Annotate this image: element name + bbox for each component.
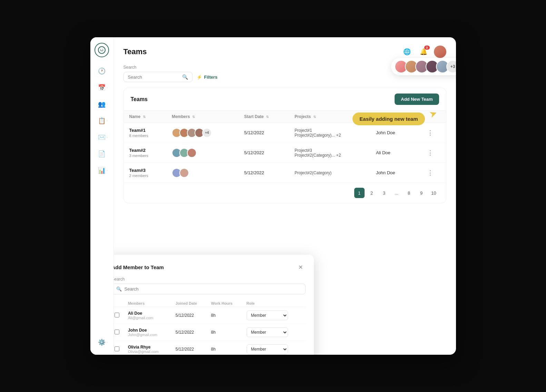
project-text: Project#3 [295, 148, 365, 153]
member-name: John Doe [128, 328, 170, 333]
chevron-icon: › [107, 119, 108, 122]
add-member-modal: Add Member to Team ✕ Search 🔍 Members Jo… [114, 255, 314, 355]
team-more-options[interactable]: ⋮ [421, 123, 446, 143]
notification-button[interactable]: 🔔 3 [417, 46, 430, 58]
sidebar-item-history[interactable]: 🕐 [95, 64, 109, 78]
modal-col-hours: Work Hours [208, 300, 244, 307]
team-members-cell: +4 [166, 123, 239, 143]
chevron-icon: › [107, 136, 108, 139]
sidebar-item-team[interactable]: 👥 › [95, 97, 109, 111]
globe-button[interactable]: 🌐 [401, 46, 413, 58]
member-role-select-2[interactable]: Member Admin Lead [247, 344, 288, 354]
header: Teams 🌐 🔔 3 [123, 46, 446, 58]
team-lead: Ali Doe [370, 143, 421, 163]
page-2-button[interactable]: 2 [367, 188, 377, 198]
team-more-options[interactable]: ⋮ [421, 143, 446, 163]
teams-section: Teams Add New Team Name ⇅ Members ⇅ Star… [123, 88, 446, 203]
project-text: Project#2(Category)... +2 [295, 153, 365, 158]
svg-point-0 [98, 47, 105, 53]
team-members-count: 8 members [129, 134, 161, 138]
modal-search-input[interactable] [125, 286, 301, 292]
team-start-date: 5/12/2022 [239, 143, 289, 163]
sidebar-item-calendar[interactable]: 📅 › [95, 81, 109, 95]
member-work-hours: 8h [208, 341, 244, 355]
modal-search-label: Search [114, 277, 306, 282]
filter-button[interactable]: ⚡ Filters [197, 75, 218, 80]
col-start-date: Start Date ⇅ [239, 111, 289, 123]
member-role-cell: Member Admin Lead [244, 341, 306, 355]
logo[interactable] [95, 43, 109, 57]
header-actions: 🌐 🔔 3 [401, 46, 446, 58]
modal-search-icon: 🔍 [116, 286, 122, 292]
member-joined-date: 5/12/2022 [173, 307, 208, 324]
calendar-icon: 📅 [98, 84, 106, 91]
team-icon: 👥 [98, 100, 106, 108]
team-name-cell: Team#1 8 members [124, 123, 166, 143]
chevron-icon: › [107, 341, 108, 344]
globe-icon: 🌐 [403, 48, 411, 56]
team-name-cell: Team#2 3 members [124, 143, 166, 163]
col-name: Name ⇅ [124, 111, 166, 123]
member-avatar [179, 168, 189, 178]
report-icon: 📊 [98, 167, 106, 174]
member-work-hours: 8h [208, 324, 244, 341]
member-avatar-extra: +4 [202, 128, 212, 138]
page-3-button[interactable]: 3 [379, 188, 389, 198]
team-more-options[interactable]: ⋮ [421, 163, 446, 183]
chevron-icon: › [107, 169, 108, 172]
avatars-group: +3 [391, 58, 456, 75]
sidebar: 🕐 📅 › 👥 › 📋 › ✉️ › 📄 📊 › ⚙️ › [90, 37, 114, 355]
search-icon: 🔍 [182, 74, 188, 80]
user-avatar[interactable] [434, 46, 446, 58]
svg-point-2 [102, 49, 103, 50]
add-new-team-button[interactable]: Add New Team [395, 94, 439, 105]
team-name: Team#1 [129, 128, 161, 133]
member-info-cell: John Doe John@gmail.com [125, 324, 173, 341]
page-10-button[interactable]: 10 [429, 188, 439, 198]
member-info-cell: Ali Doe Ali@gmail.com [125, 307, 173, 324]
col-members: Members ⇅ [166, 111, 239, 123]
team-projects: Project#3Project#2(Category)... +2 [289, 143, 370, 163]
page-1-button[interactable]: 1 [354, 188, 365, 198]
teams-title: Teams [131, 96, 148, 102]
page-ellipsis: ... [391, 188, 402, 198]
table-row: Team#1 8 members +4 5/12/2022 Project#1P… [124, 123, 446, 143]
member-name: Ali Doe [128, 311, 170, 316]
sidebar-item-settings[interactable]: ⚙️ › [95, 335, 109, 349]
modal-col-check [114, 300, 125, 307]
modal-close-button[interactable]: ✕ [296, 262, 306, 272]
pagination: 1 2 3 ... 8 9 10 [124, 183, 446, 203]
notification-badge: 3 [424, 46, 430, 50]
search-input-wrap: 🔍 [123, 72, 192, 82]
task-icon: 📋 [98, 117, 106, 125]
member-avatar [187, 148, 197, 158]
team-start-date: 5/12/2022 [239, 163, 289, 183]
sidebar-item-report[interactable]: 📊 › [95, 164, 109, 177]
message-icon: ✉️ [98, 134, 106, 141]
avatar-extra: +3 [446, 60, 456, 73]
svg-point-1 [100, 49, 101, 50]
team-members-count: 3 members [129, 154, 161, 158]
page-9-button[interactable]: 9 [416, 188, 427, 198]
member-role-select-1[interactable]: Member Admin Lead [247, 327, 288, 337]
sidebar-item-message[interactable]: ✉️ › [95, 130, 109, 144]
sidebar-item-document[interactable]: 📄 [95, 147, 109, 161]
project-text: Project#2(Category)... +2 [295, 133, 365, 138]
member-checkbox-2[interactable] [115, 346, 119, 351]
member-checkbox-0[interactable] [115, 313, 119, 317]
modal-member-row: Olivia Rhye Olivia@gmail.com 5/12/2022 8… [114, 341, 306, 355]
project-text: Project#1 [295, 128, 365, 133]
sidebar-item-task[interactable]: 📋 › [95, 114, 109, 128]
member-checkbox-cell [114, 341, 125, 355]
member-work-hours: 8h [208, 307, 244, 324]
search-input[interactable] [128, 75, 182, 80]
member-joined-date: 5/12/2022 [173, 341, 208, 355]
team-name: Team#3 [129, 168, 161, 173]
teams-table: Name ⇅ Members ⇅ Start Date ⇅ Projects ⇅… [124, 111, 446, 183]
page-8-button[interactable]: 8 [404, 188, 414, 198]
member-role-select-0[interactable]: Member Admin Lead [247, 311, 288, 320]
modal-col-joined: Joined Date [173, 300, 208, 307]
member-info-cell: Olivia Rhye Olivia@gmail.com [125, 341, 173, 355]
member-checkbox-1[interactable] [115, 330, 119, 334]
member-email: John@gmail.com [128, 333, 170, 337]
